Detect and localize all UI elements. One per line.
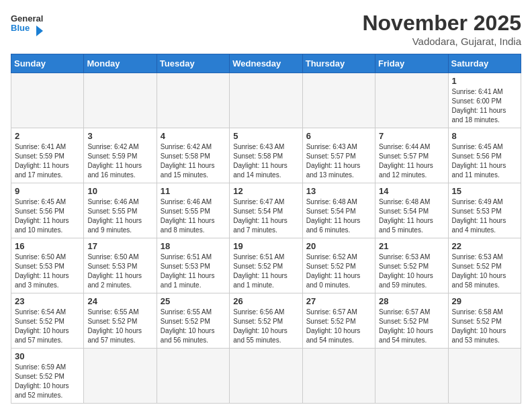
svg-marker-2 (36, 26, 43, 36)
calendar-cell: 5Sunrise: 6:43 AM Sunset: 5:58 PM Daylig… (230, 128, 302, 183)
day-info: Sunrise: 6:42 AM Sunset: 5:59 PM Dayligh… (87, 142, 152, 180)
day-number: 23 (15, 296, 80, 306)
day-number: 4 (161, 131, 226, 141)
day-number: 1 (452, 76, 517, 86)
day-number: 27 (306, 296, 371, 306)
calendar-cell: 17Sunrise: 6:50 AM Sunset: 5:53 PM Dayli… (84, 238, 157, 293)
day-info: Sunrise: 6:48 AM Sunset: 5:54 PM Dayligh… (306, 197, 371, 235)
week-row-1: 1Sunrise: 6:41 AM Sunset: 6:00 PM Daylig… (11, 73, 521, 128)
calendar-cell: 29Sunrise: 6:58 AM Sunset: 5:52 PM Dayli… (448, 293, 521, 349)
day-info: Sunrise: 6:43 AM Sunset: 5:58 PM Dayligh… (233, 142, 298, 180)
day-info: Sunrise: 6:55 AM Sunset: 5:52 PM Dayligh… (161, 308, 226, 345)
calendar-cell: 24Sunrise: 6:55 AM Sunset: 5:52 PM Dayli… (84, 293, 157, 349)
day-info: Sunrise: 6:45 AM Sunset: 5:56 PM Dayligh… (452, 142, 517, 180)
day-info: Sunrise: 6:51 AM Sunset: 5:53 PM Dayligh… (161, 253, 226, 290)
week-row-2: 2Sunrise: 6:41 AM Sunset: 5:59 PM Daylig… (11, 128, 521, 183)
calendar-cell (302, 349, 375, 404)
day-info: Sunrise: 6:57 AM Sunset: 5:52 PM Dayligh… (306, 308, 371, 345)
calendar-cell (84, 73, 157, 128)
day-info: Sunrise: 6:55 AM Sunset: 5:52 PM Dayligh… (87, 308, 152, 345)
day-info: Sunrise: 6:46 AM Sunset: 5:55 PM Dayligh… (161, 197, 226, 235)
calendar-cell (157, 73, 229, 128)
calendar-cell: 21Sunrise: 6:53 AM Sunset: 5:52 PM Dayli… (375, 238, 448, 293)
calendar-cell: 1Sunrise: 6:41 AM Sunset: 6:00 PM Daylig… (448, 73, 521, 128)
calendar-cell: 14Sunrise: 6:48 AM Sunset: 5:54 PM Dayli… (375, 183, 448, 238)
day-info: Sunrise: 6:49 AM Sunset: 5:53 PM Dayligh… (452, 197, 517, 235)
calendar-cell: 8Sunrise: 6:45 AM Sunset: 5:56 PM Daylig… (448, 128, 521, 183)
day-info: Sunrise: 6:48 AM Sunset: 5:54 PM Dayligh… (379, 197, 444, 235)
calendar-cell: 6Sunrise: 6:43 AM Sunset: 5:57 PM Daylig… (302, 128, 375, 183)
day-number: 2 (15, 131, 80, 141)
day-number: 21 (379, 241, 444, 251)
svg-text:General: General (11, 13, 43, 24)
day-info: Sunrise: 6:45 AM Sunset: 5:56 PM Dayligh… (15, 197, 80, 235)
day-number: 30 (15, 351, 80, 361)
title-block: November 2025 Vadodara, Gujarat, India (362, 11, 521, 47)
day-number: 18 (161, 241, 226, 251)
day-number: 7 (379, 131, 444, 141)
day-number: 15 (452, 186, 517, 196)
day-info: Sunrise: 6:44 AM Sunset: 5:57 PM Dayligh… (379, 142, 444, 180)
day-number: 29 (452, 296, 517, 306)
day-info: Sunrise: 6:57 AM Sunset: 5:52 PM Dayligh… (379, 308, 444, 345)
calendar-cell (302, 73, 375, 128)
day-number: 25 (161, 296, 226, 306)
day-info: Sunrise: 6:41 AM Sunset: 6:00 PM Dayligh… (452, 87, 517, 125)
day-number: 12 (233, 186, 298, 196)
weekday-header-row: SundayMondayTuesdayWednesdayThursdayFrid… (11, 54, 521, 73)
month-title: November 2025 (362, 11, 521, 36)
weekday-header-thursday: Thursday (302, 54, 375, 73)
weekday-header-monday: Monday (84, 54, 157, 73)
calendar-cell (157, 349, 229, 404)
calendar-cell: 9Sunrise: 6:45 AM Sunset: 5:56 PM Daylig… (11, 183, 84, 238)
day-number: 14 (379, 186, 444, 196)
day-number: 17 (87, 241, 152, 251)
day-info: Sunrise: 6:47 AM Sunset: 5:54 PM Dayligh… (233, 197, 298, 235)
week-row-5: 23Sunrise: 6:54 AM Sunset: 5:52 PM Dayli… (11, 293, 521, 349)
day-number: 26 (233, 296, 298, 306)
day-info: Sunrise: 6:42 AM Sunset: 5:58 PM Dayligh… (161, 142, 226, 180)
calendar-cell: 22Sunrise: 6:53 AM Sunset: 5:52 PM Dayli… (448, 238, 521, 293)
day-info: Sunrise: 6:53 AM Sunset: 5:52 PM Dayligh… (379, 253, 444, 290)
day-number: 9 (15, 186, 80, 196)
day-info: Sunrise: 6:51 AM Sunset: 5:52 PM Dayligh… (233, 253, 298, 290)
calendar-cell (230, 349, 302, 404)
calendar-cell: 10Sunrise: 6:46 AM Sunset: 5:55 PM Dayli… (84, 183, 157, 238)
day-number: 24 (87, 296, 152, 306)
day-info: Sunrise: 6:59 AM Sunset: 5:52 PM Dayligh… (15, 363, 80, 400)
weekday-header-sunday: Sunday (11, 54, 84, 73)
location: Vadodara, Gujarat, India (362, 36, 521, 47)
calendar-cell (84, 349, 157, 404)
day-info: Sunrise: 6:56 AM Sunset: 5:52 PM Dayligh… (233, 308, 298, 345)
calendar-cell: 13Sunrise: 6:48 AM Sunset: 5:54 PM Dayli… (302, 183, 375, 238)
calendar-cell: 12Sunrise: 6:47 AM Sunset: 5:54 PM Dayli… (230, 183, 302, 238)
day-number: 28 (379, 296, 444, 306)
logo-svg: General Blue (11, 11, 44, 40)
calendar-cell: 30Sunrise: 6:59 AM Sunset: 5:52 PM Dayli… (11, 349, 84, 404)
calendar-cell: 16Sunrise: 6:50 AM Sunset: 5:53 PM Dayli… (11, 238, 84, 293)
week-row-4: 16Sunrise: 6:50 AM Sunset: 5:53 PM Dayli… (11, 238, 521, 293)
calendar-cell: 2Sunrise: 6:41 AM Sunset: 5:59 PM Daylig… (11, 128, 84, 183)
day-number: 10 (87, 186, 152, 196)
calendar-cell: 3Sunrise: 6:42 AM Sunset: 5:59 PM Daylig… (84, 128, 157, 183)
day-info: Sunrise: 6:54 AM Sunset: 5:52 PM Dayligh… (15, 308, 80, 345)
weekday-header-tuesday: Tuesday (157, 54, 229, 73)
day-info: Sunrise: 6:53 AM Sunset: 5:52 PM Dayligh… (452, 253, 517, 290)
week-row-3: 9Sunrise: 6:45 AM Sunset: 5:56 PM Daylig… (11, 183, 521, 238)
calendar-cell: 7Sunrise: 6:44 AM Sunset: 5:57 PM Daylig… (375, 128, 448, 183)
day-number: 20 (306, 241, 371, 251)
weekday-header-friday: Friday (375, 54, 448, 73)
calendar-cell (375, 349, 448, 404)
calendar-cell: 25Sunrise: 6:55 AM Sunset: 5:52 PM Dayli… (157, 293, 229, 349)
calendar-cell: 4Sunrise: 6:42 AM Sunset: 5:58 PM Daylig… (157, 128, 229, 183)
page-header: General Blue November 2025 Vadodara, Guj… (11, 11, 521, 47)
day-info: Sunrise: 6:46 AM Sunset: 5:55 PM Dayligh… (87, 197, 152, 235)
svg-text:Blue: Blue (11, 23, 30, 33)
day-number: 13 (306, 186, 371, 196)
day-number: 8 (452, 131, 517, 141)
calendar-cell: 26Sunrise: 6:56 AM Sunset: 5:52 PM Dayli… (230, 293, 302, 349)
weekday-header-saturday: Saturday (448, 54, 521, 73)
week-row-6: 30Sunrise: 6:59 AM Sunset: 5:52 PM Dayli… (11, 349, 521, 404)
calendar-cell: 19Sunrise: 6:51 AM Sunset: 5:52 PM Dayli… (230, 238, 302, 293)
calendar-cell (375, 73, 448, 128)
